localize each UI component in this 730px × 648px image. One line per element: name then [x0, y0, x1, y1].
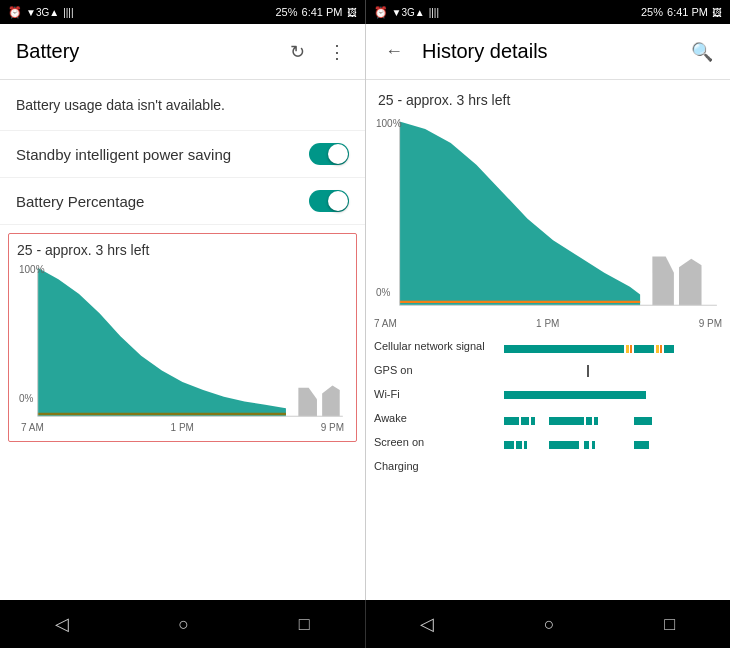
home-button-left[interactable]: ○: [170, 606, 197, 643]
screen-on-bar: [504, 437, 722, 447]
wifi-row: Wi-Fi: [374, 385, 722, 403]
svg-rect-28: [524, 441, 527, 449]
gps-on-row: GPS on: [374, 361, 722, 379]
svg-rect-20: [521, 417, 529, 425]
standby-toggle-row: Standby intelligent power saving: [0, 131, 365, 178]
awake-bar-svg: [504, 415, 722, 427]
battery-percentage-toggle-row: Battery Percentage: [0, 178, 365, 225]
right-x-label-1: 1 PM: [536, 318, 559, 329]
time-left: 6:41 PM: [302, 6, 343, 18]
recents-button-right[interactable]: □: [656, 606, 683, 643]
svg-rect-12: [504, 345, 624, 353]
battery-right: 25%: [641, 6, 663, 18]
status-left-icons: ⏰ ▼3G▲ ||||: [8, 6, 74, 19]
standby-toggle-knob: [328, 144, 348, 164]
svg-rect-24: [594, 417, 598, 425]
battery-card: 25 - approx. 3 hrs left 100% 0%: [8, 233, 357, 442]
svg-rect-31: [592, 441, 595, 449]
svg-rect-32: [634, 441, 649, 449]
screen-bar-svg: [504, 439, 722, 451]
right-header: ← History details 🔍: [366, 24, 730, 80]
svg-rect-15: [634, 345, 654, 353]
right-chart-y-bottom: 0%: [376, 287, 390, 298]
back-button-left[interactable]: ◁: [47, 605, 77, 643]
left-x-label-0: 7 AM: [21, 422, 44, 433]
signal-left: ||||: [63, 7, 73, 18]
charging-label: Charging: [374, 460, 504, 472]
usage-message-text: Battery usage data isn't available.: [16, 97, 225, 113]
usage-message-item: Battery usage data isn't available.: [0, 80, 365, 131]
svg-rect-23: [586, 417, 592, 425]
recents-button-left[interactable]: □: [291, 606, 318, 643]
left-panel-title: Battery: [16, 40, 269, 63]
svg-rect-25: [634, 417, 652, 425]
battery-percentage-label: Battery Percentage: [16, 193, 309, 210]
standby-toggle[interactable]: [309, 143, 349, 165]
left-chart-svg: [17, 262, 348, 422]
main-content: Battery ↻ ⋮ Battery usage data isn't ava…: [0, 24, 730, 600]
svg-rect-27: [516, 441, 522, 449]
svg-marker-8: [679, 259, 702, 305]
svg-marker-6: [400, 121, 641, 305]
svg-rect-22: [549, 417, 584, 425]
left-chart-y-top: 100%: [19, 264, 45, 275]
gps-on-label: GPS on: [374, 364, 504, 376]
battery-percentage-toggle[interactable]: [309, 190, 349, 212]
left-x-label-2: 9 PM: [321, 422, 344, 433]
svg-rect-14: [630, 345, 632, 353]
wifi-bar: [504, 389, 722, 399]
cellular-bar-svg: [504, 343, 722, 355]
alarm-icon-right: ⏰: [374, 6, 388, 19]
signal-rows: Cellular network signal: [366, 333, 730, 485]
more-options-icon[interactable]: ⋮: [325, 40, 349, 64]
status-right-icons: ⏰ ▼3G▲ ||||: [374, 6, 440, 19]
right-panel: ← History details 🔍 25 - approx. 3 hrs l…: [365, 24, 730, 600]
svg-rect-19: [504, 417, 519, 425]
left-x-label-1: 1 PM: [171, 422, 194, 433]
svg-marker-2: [322, 385, 340, 416]
screen-on-label: Screen on: [374, 436, 504, 448]
charging-bar: [504, 461, 722, 471]
back-button-right[interactable]: ◁: [412, 605, 442, 643]
svg-rect-29: [549, 441, 579, 449]
wifi-bar-block: [504, 391, 646, 399]
svg-rect-17: [660, 345, 662, 353]
right-subtitle: 25 - approx. 3 hrs left: [366, 88, 730, 116]
gps-dot: [587, 365, 589, 377]
svg-rect-30: [584, 441, 589, 449]
home-button-right[interactable]: ○: [536, 606, 563, 643]
battery-percentage-toggle-knob: [328, 191, 348, 211]
status-bar-left: ⏰ ▼3G▲ |||| 25% 6:41 PM 🖼: [0, 0, 365, 24]
refresh-icon[interactable]: ↻: [285, 40, 309, 64]
back-arrow-icon[interactable]: ←: [382, 40, 406, 64]
battery-left: 25%: [276, 6, 298, 18]
left-body: Battery usage data isn't available. Stan…: [0, 80, 365, 600]
left-header: Battery ↻ ⋮: [0, 24, 365, 80]
battery-card-title: 25 - approx. 3 hrs left: [17, 242, 348, 258]
cellular-signal-label: Cellular network signal: [374, 340, 504, 352]
charging-row: Charging: [374, 457, 722, 475]
right-x-label-2: 9 PM: [699, 318, 722, 329]
nav-bar-right: ◁ ○ □: [366, 600, 731, 648]
wifi-label: Wi-Fi: [374, 388, 504, 400]
search-icon[interactable]: 🔍: [690, 40, 714, 64]
left-chart-x-labels: 7 AM 1 PM 9 PM: [17, 422, 348, 433]
left-panel: Battery ↻ ⋮ Battery usage data isn't ava…: [0, 24, 365, 600]
photo-icon-right: 🖼: [712, 7, 722, 18]
left-chart: 100% 0%: [17, 262, 348, 422]
svg-rect-16: [656, 345, 659, 353]
signal-right: ||||: [429, 7, 439, 18]
svg-marker-0: [38, 268, 286, 417]
status-right-right: 25% 6:41 PM 🖼: [641, 6, 722, 18]
svg-marker-1: [298, 388, 317, 417]
right-chart: 100% 0%: [374, 116, 722, 316]
status-bars: ⏰ ▼3G▲ |||| 25% 6:41 PM 🖼 ⏰ ▼3G▲ |||| 25…: [0, 0, 730, 24]
awake-bar: [504, 413, 722, 423]
gps-bar: [504, 365, 722, 375]
awake-row: Awake: [374, 409, 722, 427]
svg-rect-26: [504, 441, 514, 449]
right-chart-y-top: 100%: [376, 118, 402, 129]
alarm-icon-left: ⏰: [8, 6, 22, 19]
awake-label: Awake: [374, 412, 504, 424]
svg-rect-18: [664, 345, 674, 353]
